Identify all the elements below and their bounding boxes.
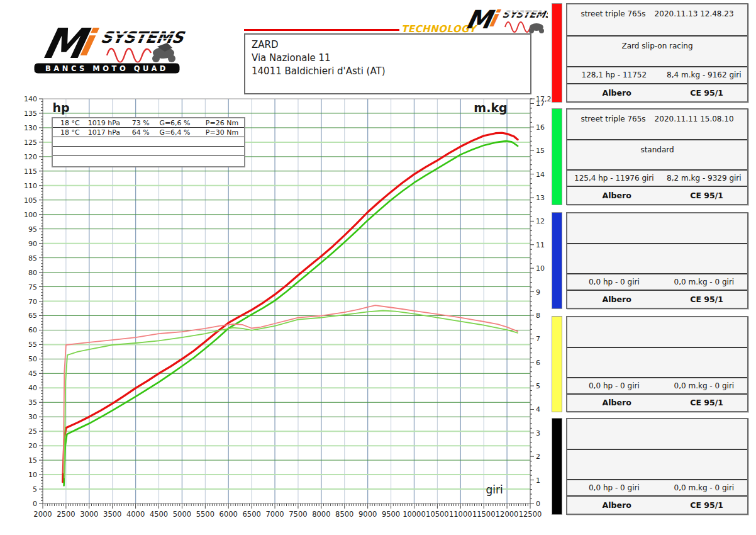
run-power-peak: 0,0 hp - 0 giri xyxy=(567,381,661,390)
x-axis-label: 10500 xyxy=(426,510,449,519)
conditions-cell: 1017 hPa xyxy=(88,128,132,137)
left-axis-label: 120 xyxy=(24,153,37,161)
runs-panel: street triple 765s2020.11.13 12.48.23Zar… xyxy=(552,0,748,535)
right-axis-label: 12 xyxy=(536,217,545,225)
x-axis-label: 3500 xyxy=(103,510,121,519)
conditions-row: 18 °C1017 hPa64 %G=6,4 %P=30 Nm xyxy=(53,128,244,137)
run-name: street triple 765s xyxy=(581,115,645,139)
right-axis-label: 10 xyxy=(536,264,545,273)
conditions-row: 18 °C1019 hPa73 %G=6,6 %P=26 Nm xyxy=(53,118,244,128)
left-axis-label: 75 xyxy=(28,283,37,291)
right-axis-label: 11 xyxy=(536,241,545,249)
run-color-bar xyxy=(552,418,562,515)
run-norm: CE 95/1 xyxy=(666,295,747,304)
run-dyno: Albero xyxy=(567,398,666,407)
run-dyno: Albero xyxy=(567,295,666,304)
run-power-peak: 0,0 hp - 0 giri xyxy=(567,278,661,286)
run-color-bar xyxy=(552,212,562,309)
conditions-cell: 18 °C xyxy=(60,119,88,127)
left-axis-label: 140 xyxy=(24,95,37,103)
right-axis-label: 5 xyxy=(536,382,540,390)
x-axis-label: 11000 xyxy=(449,510,472,519)
right-axis-label: 16 xyxy=(536,123,545,132)
x-axis-label: 12000 xyxy=(496,510,519,519)
run-dyno: Albero xyxy=(567,191,666,200)
right-axis-label: 14 xyxy=(536,171,545,179)
run-card[interactable]: 0,0 hp - 0 giri0,0 m.kg - 0 giriAlberoCE… xyxy=(552,418,748,515)
run-name: street triple 765s xyxy=(581,9,645,35)
x-axis-label: 10000 xyxy=(403,510,426,519)
x-axis-label: 5500 xyxy=(196,510,214,519)
run-config: standard xyxy=(640,145,674,169)
run-norm: CE 95/1 xyxy=(666,191,747,200)
conditions-cell: P=30 Nm xyxy=(206,128,244,137)
run-card[interactable]: street triple 765s2020.11.11 15.08.10sta… xyxy=(552,108,748,205)
run-dyno: Albero xyxy=(567,500,666,510)
left-axis-label: 130 xyxy=(24,124,37,132)
x-axis-label: 4000 xyxy=(126,510,145,519)
run-norm: CE 95/1 xyxy=(666,88,747,98)
run-card[interactable]: street triple 765s2020.11.13 12.48.23Zar… xyxy=(552,3,748,103)
left-axis-label: 135 xyxy=(24,110,37,118)
left-axis-label: 90 xyxy=(28,240,37,248)
run-torque-peak: 0,0 m.kg - 0 giri xyxy=(661,278,747,286)
x-axis-label: 8000 xyxy=(312,510,330,519)
right-axis-label: 9 xyxy=(536,288,540,296)
right-axis-label: 4 xyxy=(536,405,540,414)
curve-standard-torque xyxy=(64,311,518,478)
conditions-row xyxy=(53,147,244,156)
run-card[interactable]: 0,0 hp - 0 giri0,0 m.kg - 0 giriAlberoCE… xyxy=(552,316,748,412)
left-axis-label: 95 xyxy=(28,225,37,234)
run-torque-peak: 0,0 m.kg - 0 giri xyxy=(661,483,747,492)
run-info-box: 0,0 hp - 0 giri0,0 m.kg - 0 giriAlberoCE… xyxy=(566,316,748,412)
dyno-chart: 0510152025303540455055606570758085909510… xyxy=(0,0,553,535)
left-axis-label: 105 xyxy=(24,196,37,205)
left-axis-label: 50 xyxy=(28,355,37,363)
curve-zard-slip-on-racing-torque xyxy=(64,305,518,473)
run-config: Zard slip-on racing xyxy=(621,42,692,66)
x-axis-label: 2500 xyxy=(57,510,75,519)
left-axis-label: 70 xyxy=(28,298,37,306)
conditions-cell: 64 % xyxy=(132,128,160,137)
left-axis-label: 85 xyxy=(28,254,37,262)
giri-axis-title: giri xyxy=(486,483,503,496)
run-torque-peak: 8,2 m.kg - 9329 giri xyxy=(661,174,747,183)
right-axis-label: 0 xyxy=(536,500,540,508)
chart-plot: 0510152025303540455055606570758085909510… xyxy=(0,0,553,535)
right-axis-label: 13 xyxy=(536,194,545,202)
left-axis-label: 20 xyxy=(28,442,37,450)
conditions-cell: 18 °C xyxy=(60,128,88,137)
x-axis-label: 11500 xyxy=(472,510,496,519)
run-info-box: street triple 765s2020.11.13 12.48.23Zar… xyxy=(566,3,748,103)
run-info-box: 0,0 hp - 0 giri0,0 m.kg - 0 giriAlberoCE… xyxy=(566,212,748,309)
test-conditions-table: 18 °C1019 hPa73 %G=6,6 %P=26 Nm18 °C1017… xyxy=(52,117,245,167)
conditions-cell: 73 % xyxy=(132,119,160,127)
left-axis-label: 125 xyxy=(24,138,37,147)
left-axis-label: 110 xyxy=(24,182,37,190)
run-norm: CE 95/1 xyxy=(666,398,747,407)
right-axis-top-label: 17,2 xyxy=(536,95,552,103)
conditions-cell: 1019 hPa xyxy=(88,119,132,127)
left-axis-label: 100 xyxy=(24,211,37,219)
run-color-bar xyxy=(552,316,562,412)
left-axis-label: 40 xyxy=(28,384,37,392)
conditions-cell: G=6,6 % xyxy=(159,119,205,127)
conditions-row xyxy=(53,137,244,147)
run-color-bar xyxy=(552,108,562,205)
right-axis-label: 1 xyxy=(536,476,540,485)
run-info-box: street triple 765s2020.11.11 15.08.10sta… xyxy=(566,108,748,205)
run-color-bar xyxy=(552,3,562,103)
right-axis-label: 6 xyxy=(536,359,540,367)
left-axis-label: 60 xyxy=(28,326,37,334)
right-axis-label: 8 xyxy=(536,312,540,320)
left-axis-label: 25 xyxy=(28,427,37,436)
left-axis-label: 80 xyxy=(28,269,37,277)
run-power-peak: 125,4 hp - 11976 giri xyxy=(567,174,661,183)
conditions-row xyxy=(53,156,244,166)
run-torque-peak: 0,0 m.kg - 0 giri xyxy=(661,381,747,390)
run-card[interactable]: 0,0 hp - 0 giri0,0 m.kg - 0 giriAlberoCE… xyxy=(552,212,748,309)
left-axis-label: 15 xyxy=(28,456,37,465)
x-axis-label: 7000 xyxy=(265,510,284,519)
right-axis-label: 7 xyxy=(536,335,540,343)
x-axis-label: 7500 xyxy=(289,510,307,519)
